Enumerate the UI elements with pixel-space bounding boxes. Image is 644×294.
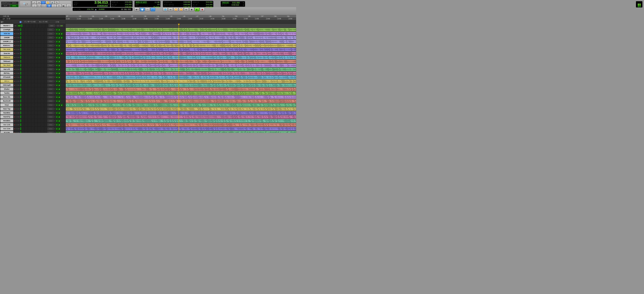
ism-buttons[interactable]: I S M (16, 92, 20, 94)
insert-slot[interactable] (34, 119, 38, 123)
track-header[interactable]: Snar.tm ● I S M 入 1 ⇕ v p p (0, 51, 66, 55)
insert-slot[interactable] (44, 123, 47, 127)
time-ruler-ticks[interactable]: 1:101:151:201:251:301:351:401:451:501:55… (66, 17, 296, 20)
insert-slot[interactable] (41, 115, 44, 119)
insert-slot[interactable] (31, 107, 34, 111)
voice-btn[interactable]: v (56, 131, 58, 133)
insert-slots[interactable] (21, 51, 47, 55)
insert-slot[interactable] (21, 51, 24, 55)
pr-end-val[interactable]: 3:41.000 (206, 3, 212, 6)
automation-follows[interactable]: ↕ (52, 4, 56, 7)
clip-lane[interactable] (66, 103, 296, 107)
insert-slot[interactable] (38, 127, 40, 131)
insert-slot[interactable] (21, 44, 24, 47)
insert-slot[interactable] (44, 67, 47, 71)
insert-slot[interactable] (38, 59, 40, 63)
insert-slot[interactable] (41, 99, 44, 103)
insert-slot[interactable] (44, 75, 47, 79)
insert-slot[interactable] (38, 107, 40, 111)
record-arm[interactable]: ● (14, 28, 16, 31)
record-arm[interactable]: ● (14, 76, 16, 78)
voice-btn[interactable]: v (56, 96, 58, 98)
clip-lane[interactable] (66, 123, 296, 127)
insert-slots[interactable] (21, 44, 47, 47)
tracklist-menu-icon[interactable]: ▥▾ (1, 21, 4, 23)
mirrored-midi[interactable]: ≡ (56, 4, 62, 7)
insert-slot[interactable] (38, 63, 40, 67)
io-dropdown-icon[interactable]: ⇕ (54, 100, 56, 102)
playlist-btn[interactable]: p (58, 68, 60, 71)
io-dropdown-icon[interactable]: ⇕ (54, 112, 56, 114)
playlist-btn[interactable]: p (58, 111, 60, 114)
record-arm[interactable]: ● (14, 108, 16, 110)
insert-slot[interactable] (31, 127, 34, 131)
track-name[interactable]: VOX tm (0, 32, 13, 35)
track-header[interactable]: OHCmpR ● I S M 入 1 ⇕ v p (0, 83, 66, 87)
clip-lane[interactable] (66, 119, 296, 123)
audio-clip[interactable] (66, 131, 296, 133)
io-dropdown-icon[interactable]: ⇕ (54, 120, 56, 122)
audio-clip[interactable] (66, 115, 296, 119)
insert-slot[interactable] (28, 111, 31, 115)
insert-slot[interactable] (21, 67, 24, 71)
insert-slot[interactable] (21, 79, 24, 83)
insert-slot[interactable] (41, 40, 44, 43)
shuffle-mode[interactable]: SHUFFLE (1, 1, 10, 4)
insert-slots[interactable] (21, 79, 47, 83)
track-header[interactable]: LiveHigh ● I S M 入 1 ⇕ v p (0, 28, 66, 32)
insert-slot[interactable] (31, 55, 34, 59)
insert-slots[interactable] (21, 47, 47, 51)
input-selector[interactable]: 入 1 (48, 119, 54, 122)
track-header[interactable]: HmSBtm ● I S M 入 1 ⇕ v p (0, 119, 66, 123)
io-dropdown-icon[interactable]: ⇕ (54, 88, 56, 90)
voice-btn[interactable]: v (56, 76, 58, 78)
track-header[interactable]: RkT01L ● I S M 入 1 ⇕ v p (0, 71, 66, 75)
track-name[interactable]: FlTm01R (0, 75, 13, 79)
playlist-btn[interactable]: p (58, 104, 60, 106)
preroll-val[interactable]: 0:00.000 (184, 1, 190, 3)
clip-lane[interactable] (66, 87, 296, 91)
track-name[interactable]: Shaker (0, 87, 13, 91)
zoom-tool-icon[interactable]: 🔍 (23, 2, 26, 6)
audio-clip[interactable] (66, 64, 296, 67)
ism-buttons[interactable]: I S M (16, 53, 20, 54)
insert-slots[interactable] (21, 127, 47, 131)
ism-buttons[interactable]: I S M (16, 61, 20, 62)
record-button[interactable]: ⏺ (200, 7, 205, 11)
insert-slot[interactable] (44, 59, 47, 63)
insert-slot[interactable] (34, 79, 38, 83)
postroll-label[interactable]: ポストロール (164, 3, 174, 6)
playlist-btn[interactable]: p (58, 100, 60, 102)
insert-slot[interactable] (24, 83, 28, 87)
track-header[interactable]: El GTR ● I S M 入 1 ⇕ v p (0, 131, 66, 133)
input-selector[interactable]: 入 1 (48, 48, 54, 51)
insert-slot[interactable] (41, 63, 44, 67)
insert-slot[interactable] (28, 115, 31, 119)
insert-slot[interactable] (38, 83, 40, 87)
io-dropdown-icon[interactable]: ⇕ (54, 33, 56, 34)
playlist-btn2[interactable]: p (60, 104, 63, 106)
insert-slot[interactable] (28, 71, 31, 75)
insert-slot[interactable] (31, 99, 34, 103)
record-arm[interactable]: ● (14, 64, 16, 66)
record-arm[interactable]: ● (14, 100, 16, 102)
playlist-btn[interactable]: p (58, 56, 60, 59)
playlist-btn[interactable]: p (58, 36, 60, 39)
grid-mode[interactable]: GRID (10, 4, 18, 7)
insert-slot[interactable] (38, 47, 40, 51)
insert-slot[interactable] (21, 63, 24, 67)
voice-btn[interactable]: v (56, 44, 58, 47)
insert-slot[interactable] (38, 36, 40, 39)
playlist-btn[interactable]: p (58, 52, 60, 55)
clip-lane[interactable] (66, 36, 296, 40)
insert-slot[interactable] (24, 95, 28, 99)
audio-clip[interactable] (66, 79, 296, 83)
track-header[interactable]: FlTm01R ● I S M 入 1 ⇕ v p (0, 75, 66, 79)
insert-slot[interactable] (28, 75, 31, 79)
track-name[interactable]: RkT01L (0, 71, 13, 75)
track-header[interactable]: Tambo ● I S M 入 1 ⇕ v p (0, 91, 66, 95)
insert-slot[interactable] (31, 115, 34, 119)
track-header[interactable]: Ham Top ● I S M 入 1 ⇕ v p (0, 107, 66, 111)
zoom-preset[interactable]: ▾ (27, 3, 28, 5)
track-name[interactable]: Keys (0, 103, 13, 107)
